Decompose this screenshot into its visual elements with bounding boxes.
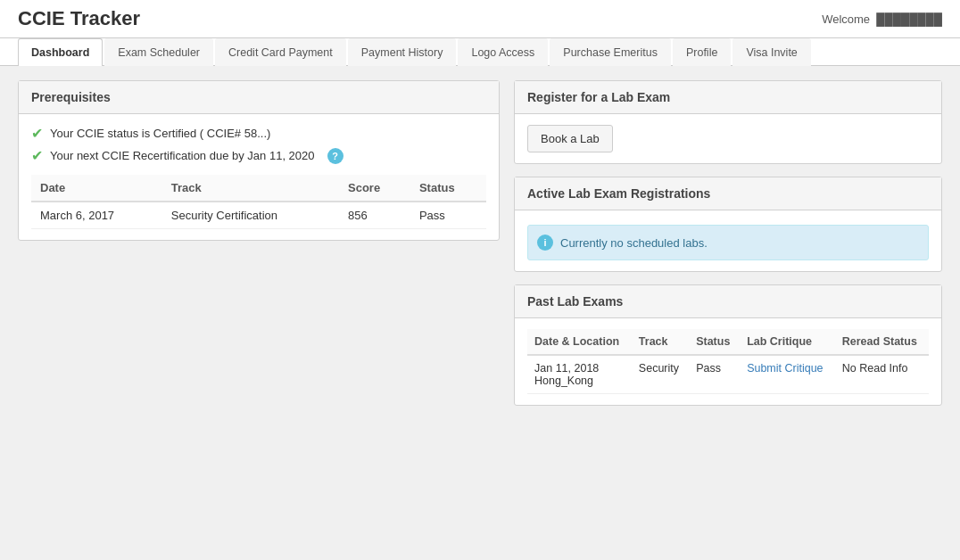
app-header: CCIE Tracker Welcome ████████ xyxy=(0,0,960,38)
tab-profile[interactable]: Profile xyxy=(673,38,731,66)
col-lab-critique: Lab Critique xyxy=(740,329,835,355)
prerequisites-panel: Prerequisites ✔ Your CCIE status is Cert… xyxy=(18,80,500,241)
tab-dashboard[interactable]: Dashboard xyxy=(18,38,103,66)
prereq-table: Date Track Score Status March 6, 2017 Se… xyxy=(31,175,486,229)
book-lab-button[interactable]: Book a Lab xyxy=(527,125,613,152)
tab-visa-invite[interactable]: Visa Invite xyxy=(732,38,810,66)
active-registrations-panel: Active Lab Exam Registrations i Currentl… xyxy=(514,177,942,272)
past-cell-status: Pass xyxy=(689,355,740,394)
check-icon-2: ✔ xyxy=(31,147,43,164)
col-date: Date xyxy=(31,175,162,202)
col-status: Status xyxy=(410,175,486,202)
tab-exam-scheduler[interactable]: Exam Scheduler xyxy=(104,38,213,66)
table-row: March 6, 2017 Security Certification 856… xyxy=(31,202,486,229)
prereq-item-2: ✔ Your next CCIE Recertification due by … xyxy=(31,147,486,164)
prereq-text-1: Your CCIE status is Certified ( CCIE# 58… xyxy=(50,127,270,140)
col-reread-status: Reread Status xyxy=(835,329,929,355)
col-track: Track xyxy=(632,329,689,355)
left-column: Prerequisites ✔ Your CCIE status is Cert… xyxy=(18,80,500,406)
prerequisites-body: ✔ Your CCIE status is Certified ( CCIE# … xyxy=(19,114,499,240)
right-column: Register for a Lab Exam Book a Lab Activ… xyxy=(514,80,942,406)
register-lab-body: Book a Lab xyxy=(515,114,941,163)
col-track: Track xyxy=(162,175,339,202)
no-labs-text: Currently no scheduled labs. xyxy=(560,236,708,250)
no-labs-notice: i Currently no scheduled labs. xyxy=(527,225,929,260)
past-lab-exams-title: Past Lab Exams xyxy=(515,285,941,318)
submit-critique-link[interactable]: Submit Critique xyxy=(747,362,823,375)
past-lab-exams-panel: Past Lab Exams Date & Location Track Sta… xyxy=(514,284,942,406)
tab-payment-history[interactable]: Payment History xyxy=(348,38,457,66)
prereq-table-header-row: Date Track Score Status xyxy=(31,175,486,202)
cell-track: Security Certification xyxy=(162,202,339,229)
past-cell-date-location: Jan 11, 2018Hong_Kong xyxy=(527,355,632,394)
info-icon[interactable]: ? xyxy=(327,148,343,164)
prerequisites-title: Prerequisites xyxy=(19,81,499,114)
active-registrations-title: Active Lab Exam Registrations xyxy=(515,177,941,210)
prereq-item-1: ✔ Your CCIE status is Certified ( CCIE# … xyxy=(31,125,486,142)
past-cell-track: Security xyxy=(632,355,689,394)
past-exams-table: Date & Location Track Status Lab Critiqu… xyxy=(527,329,929,394)
tab-purchase-emeritus[interactable]: Purchase Emeritus xyxy=(550,38,671,66)
cell-score: 856 xyxy=(339,202,410,229)
register-lab-panel: Register for a Lab Exam Book a Lab xyxy=(514,80,942,164)
info-circle-icon: i xyxy=(537,235,553,251)
register-lab-title: Register for a Lab Exam xyxy=(515,81,941,114)
tab-credit-card-payment[interactable]: Credit Card Payment xyxy=(215,38,346,66)
welcome-prefix: Welcome xyxy=(822,12,870,26)
past-cell-lab-critique: Submit Critique xyxy=(740,355,835,394)
nav-tabs: Dashboard Exam Scheduler Credit Card Pay… xyxy=(0,38,960,66)
past-cell-reread-status: No Read Info xyxy=(835,355,929,394)
cell-date: March 6, 2017 xyxy=(31,202,162,229)
col-status: Status xyxy=(689,329,740,355)
past-lab-exams-body: Date & Location Track Status Lab Critiqu… xyxy=(515,318,941,405)
cell-status: Pass xyxy=(410,202,486,229)
past-exam-row: Jan 11, 2018Hong_Kong Security Pass Subm… xyxy=(527,355,929,394)
app-title: CCIE Tracker xyxy=(18,7,140,30)
tab-logo-access[interactable]: Logo Access xyxy=(458,38,548,66)
past-table-header-row: Date & Location Track Status Lab Critiqu… xyxy=(527,329,929,355)
col-date-location: Date & Location xyxy=(527,329,632,355)
main-content: Prerequisites ✔ Your CCIE status is Cert… xyxy=(0,66,960,420)
active-registrations-body: i Currently no scheduled labs. xyxy=(515,210,941,271)
check-icon-1: ✔ xyxy=(31,125,43,142)
welcome-text: Welcome ████████ xyxy=(822,12,942,26)
prereq-text-2: Your next CCIE Recertification due by Ja… xyxy=(50,149,315,162)
col-score: Score xyxy=(339,175,410,202)
